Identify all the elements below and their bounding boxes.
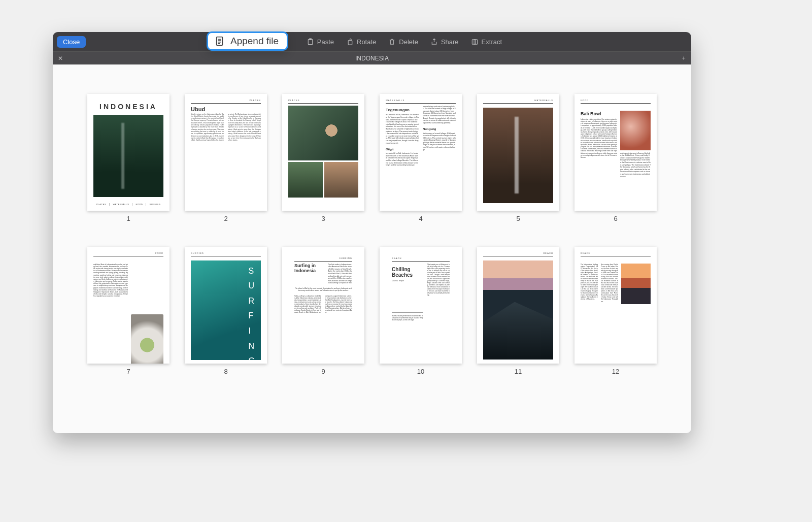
page-thumbnail[interactable]: SURFING SURFING 8 (185, 247, 267, 375)
page-heading: Bali Bowl (581, 111, 617, 117)
body-text: The temple pura in Balinese is built at … (427, 264, 450, 321)
body-text: Indonesian cuisine consists of the vario… (581, 118, 617, 158)
rotate-label: Rotate (357, 38, 376, 46)
page-thumbnail[interactable]: WATERFALLS 5 (477, 94, 559, 222)
page-number: 5 (516, 215, 520, 222)
photo (288, 162, 323, 198)
page-number: 9 (321, 368, 325, 375)
page-thumbnail[interactable]: PLACES 3 (282, 94, 364, 222)
page-title: INDONESIA (87, 102, 170, 112)
page-number: 10 (417, 368, 424, 375)
thumbnail-grid: INDONESIA PLACESWATERFALLSFOODSURFING 1 … (63, 94, 681, 375)
body-text: The first surfer in Indonesia was the Am… (328, 264, 352, 284)
tab-bar: ✕ INDONESIA ＋ (53, 51, 691, 64)
share-icon (430, 38, 438, 46)
body-text: It's the name of a small village, 40 kil… (423, 133, 456, 151)
page-thumbnail[interactable]: BEACH 11 (477, 247, 559, 375)
extract-button[interactable]: Extract (466, 36, 507, 48)
delete-label: Delete (399, 38, 418, 46)
close-tab-button[interactable]: ✕ (53, 55, 68, 62)
page-thumbnail[interactable]: FOOD Bali Bowl Indonesian cuisine consis… (574, 94, 657, 222)
thumbnail-workspace[interactable]: INDONESIA PLACESWATERFALLSFOODSURFING 1 … (53, 64, 691, 433)
delete-button[interactable]: Delete (383, 36, 423, 48)
page-thumbnail[interactable]: INDONESIA PLACESWATERFALLSFOODSURFING 1 (87, 94, 170, 222)
photo (324, 162, 359, 198)
toolbar: Close Ad Append file Paste (53, 32, 691, 51)
surfing-letters: SURFING (249, 266, 256, 364)
body-text: Balinese dance performances based on the… (392, 312, 423, 321)
photo: SURFING (191, 260, 261, 360)
page-number: 7 (126, 368, 130, 375)
photo (288, 106, 358, 160)
page-thumbnail[interactable]: FOOD and bitter. Most of Indonesians fav… (87, 247, 170, 375)
paste-button[interactable]: Paste (301, 36, 339, 48)
page-thumbnail[interactable]: PLACES Ubud Ubud is a town on the Indone… (185, 94, 267, 222)
page-heading: Chilling Beaches (392, 267, 423, 278)
page-number: 1 (126, 215, 130, 222)
caption: Uluwatu Temple (392, 280, 423, 282)
close-button[interactable]: Close (57, 36, 86, 48)
body-text: marine foliage and natural swimming hole… (423, 106, 456, 124)
page-heading: Surfing in Indonesia (294, 264, 324, 284)
add-tab-button[interactable]: ＋ (676, 54, 691, 62)
share-button[interactable]: Share (425, 36, 464, 48)
body-text: flow coming from Pacific Ocean to the In… (601, 264, 618, 304)
photo (620, 111, 651, 150)
page-number: 12 (612, 368, 619, 375)
photo (621, 264, 651, 304)
share-label: Share (441, 38, 459, 46)
paste-label: Paste (317, 38, 334, 46)
quote: The island of Bali is the most touristic… (294, 287, 352, 292)
page-thumbnail[interactable]: BEACH Chilling Beaches Uluwatu Temple Ba… (380, 247, 462, 375)
photo (483, 108, 553, 203)
page-thumbnail[interactable]: WATERFALLS Tegenungan is a waterfall in … (380, 94, 462, 222)
page-number: 3 (321, 215, 325, 222)
body-text: is a waterfall on Bali, Indonesia. It is… (386, 152, 419, 167)
trash-icon (388, 38, 396, 46)
rotate-button[interactable]: Rotate (341, 36, 381, 48)
rotate-icon (346, 38, 354, 46)
body-text: is a waterfall in Bali, Indonesia. It is… (386, 114, 419, 144)
body-text: and bitter. Most of Indonesians favour h… (93, 264, 128, 364)
document-title: INDONESIA (355, 55, 389, 62)
app-window: Close Ad Append file Paste (53, 32, 691, 433)
cover-image (93, 115, 163, 197)
page-heading: Ubud (191, 106, 261, 113)
photo (483, 260, 553, 360)
page-number: 6 (614, 215, 617, 222)
svg-rect-5 (348, 40, 352, 44)
page-heading: Tegenungan (386, 108, 419, 113)
page-number: 2 (224, 215, 227, 222)
paste-icon (307, 38, 314, 46)
append-file-callout[interactable]: Append file (207, 31, 288, 51)
svg-rect-8 (217, 37, 223, 46)
extract-label: Extract (482, 38, 502, 46)
cover-nav: PLACESWATERFALLSFOODSURFING (93, 203, 163, 206)
page-number: 4 (419, 215, 422, 222)
page-thumbnail[interactable]: SURFING Surfing in Indonesia The first s… (282, 247, 364, 375)
body-text: The International Hydrographic Organizat… (581, 264, 598, 304)
append-file-label: Append file (230, 36, 279, 47)
body-text: Today, surfing is a ubiquitous multimill… (294, 295, 352, 313)
page-number: 11 (515, 368, 522, 375)
page-number: 8 (224, 368, 227, 375)
photo (131, 314, 163, 364)
body-text: and ingredients were influenced by India… (620, 152, 651, 178)
extract-icon (471, 38, 479, 46)
body-text: Ubud is a town on the Indonesian island … (191, 113, 261, 142)
page-thumbnail[interactable]: BEACH The International Hydrographic Org… (574, 247, 657, 375)
append-file-icon (214, 36, 225, 47)
